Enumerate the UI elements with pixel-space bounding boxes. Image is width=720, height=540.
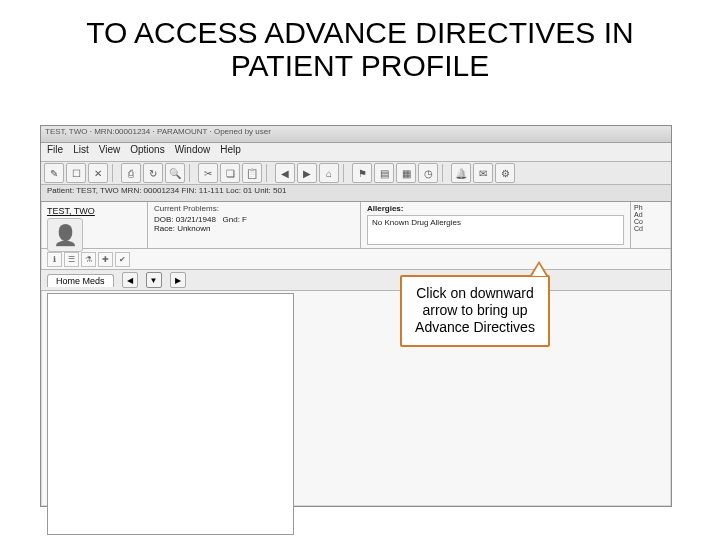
right-d: Cd xyxy=(634,225,668,232)
right-info-cell: Ph Ad Co Cd xyxy=(630,202,671,248)
tool-refresh-icon[interactable]: ↻ xyxy=(143,163,163,183)
med-icon[interactable]: ✚ xyxy=(98,252,113,267)
race-value: Unknown xyxy=(177,224,210,233)
tool-note-icon[interactable]: ✉ xyxy=(473,163,493,183)
menubar: File List View Options Window Help xyxy=(41,143,671,162)
right-a: Ph xyxy=(634,204,668,211)
check-icon[interactable]: ✔ xyxy=(115,252,130,267)
tool-new-icon[interactable]: ✎ xyxy=(44,163,64,183)
dob-label: DOB: xyxy=(154,215,174,224)
menu-list[interactable]: List xyxy=(73,144,89,160)
gender-label: Gnd: xyxy=(223,215,240,224)
tool-forward-icon[interactable]: ▶ xyxy=(297,163,317,183)
sub-toolbar: ℹ ☰ ⚗ ✚ ✔ xyxy=(41,249,671,270)
patient-name[interactable]: TEST, TWO xyxy=(47,206,141,216)
patient-name-cell: TEST, TWO 👤 xyxy=(41,202,148,248)
window-titlebar: TEST, TWO · MRN:00001234 · PARAMOUNT · O… xyxy=(41,126,671,143)
advance-directives-dropdown-arrow[interactable]: ▼ xyxy=(146,272,162,288)
tool-home-icon[interactable]: ⌂ xyxy=(319,163,339,183)
right-b: Ad xyxy=(634,211,668,218)
app-window: TEST, TWO · MRN:00001234 · PARAMOUNT · O… xyxy=(40,125,672,507)
tool-chart-icon[interactable]: ▤ xyxy=(374,163,394,183)
allergies-cell: Allergies: No Known Drug Allergies xyxy=(361,202,630,248)
tab-home-meds[interactable]: Home Meds xyxy=(47,274,114,287)
race-label: Race: xyxy=(154,224,175,233)
menu-file[interactable]: File xyxy=(47,144,63,160)
allergies-label: Allergies: xyxy=(367,204,624,213)
dob-value: 03/21/1948 xyxy=(176,215,216,224)
slide-title: TO ACCESS ADVANCE DIRECTIVES IN PATIENT … xyxy=(0,0,720,90)
tool-save-icon[interactable]: ✕ xyxy=(88,163,108,183)
tab-scroll-right-icon[interactable]: ▶ xyxy=(170,272,186,288)
instruction-callout: Click on downward arrow to bring up Adva… xyxy=(400,275,550,347)
tool-gear-icon[interactable]: ⚙ xyxy=(495,163,515,183)
right-c: Co xyxy=(634,218,668,225)
tab-bar: Home Meds ◀ ▼ ▶ xyxy=(41,270,671,291)
patient-info-bar: TEST, TWO 👤 Current Problems: DOB: 03/21… xyxy=(41,202,671,249)
tab-scroll-left-icon[interactable]: ◀ xyxy=(122,272,138,288)
tool-flag-icon[interactable]: ⚑ xyxy=(352,163,372,183)
tool-clock-icon[interactable]: ◷ xyxy=(418,163,438,183)
tool-open-icon[interactable]: ☐ xyxy=(66,163,86,183)
tool-alert-icon[interactable]: 🔔 xyxy=(451,163,471,183)
title-line-1: TO ACCESS ADVANCE DIRECTIVES IN xyxy=(86,16,633,49)
content-pane xyxy=(41,291,671,540)
allergies-value: No Known Drug Allergies xyxy=(367,215,624,245)
home-meds-panel xyxy=(47,293,294,535)
tool-print-icon[interactable]: ⎙ xyxy=(121,163,141,183)
avatar: 👤 xyxy=(47,218,83,252)
tool-calendar-icon[interactable]: ▦ xyxy=(396,163,416,183)
menu-window[interactable]: Window xyxy=(175,144,211,160)
menu-options[interactable]: Options xyxy=(130,144,164,160)
lab-icon[interactable]: ⚗ xyxy=(81,252,96,267)
tool-find-icon[interactable]: 🔍 xyxy=(165,163,185,183)
demographics-cell: Current Problems: DOB: 03/21/1948 Gnd: F… xyxy=(148,202,361,248)
problems-header: Current Problems: xyxy=(154,204,354,213)
doc-icon[interactable]: ☰ xyxy=(64,252,79,267)
title-line-2: PATIENT PROFILE xyxy=(231,49,489,82)
main-toolbar: ✎ ☐ ✕ ⎙ ↻ 🔍 ✂ ❏ 📋 ◀ ▶ ⌂ ⚑ ▤ ▦ ◷ 🔔 ✉ ⚙ xyxy=(41,162,671,185)
tool-paste-icon[interactable]: 📋 xyxy=(242,163,262,183)
gender-value: F xyxy=(242,215,247,224)
callout-pointer-icon xyxy=(529,261,549,277)
tool-back-icon[interactable]: ◀ xyxy=(275,163,295,183)
menu-help[interactable]: Help xyxy=(220,144,241,160)
callout-text: Click on downward arrow to bring up Adva… xyxy=(415,285,535,335)
patient-context-bar: Patient: TEST, TWO MRN: 00001234 FIN: 11… xyxy=(41,185,671,202)
tool-cut-icon[interactable]: ✂ xyxy=(198,163,218,183)
tool-copy-icon[interactable]: ❏ xyxy=(220,163,240,183)
info-icon[interactable]: ℹ xyxy=(47,252,62,267)
menu-view[interactable]: View xyxy=(99,144,121,160)
